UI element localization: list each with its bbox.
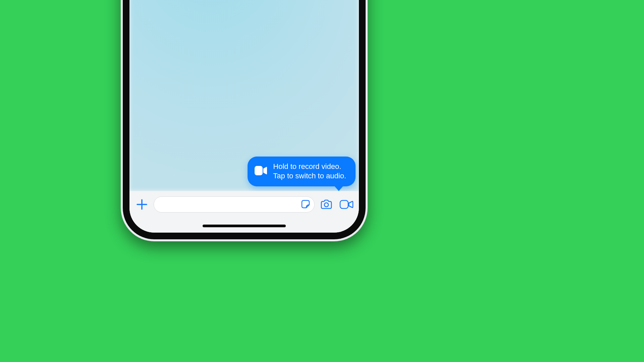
page-stage: Hold to record video. Tap to switch to a…: [0, 0, 488, 274]
tooltip-line-1: Hold to record video.: [273, 162, 346, 172]
phone-screen: Hold to record video. Tap to switch to a…: [129, 0, 359, 233]
tooltip-text: Hold to record video. Tap to switch to a…: [273, 162, 346, 181]
attach-button[interactable]: [133, 196, 150, 213]
phone-frame: Hold to record video. Tap to switch to a…: [121, 0, 368, 241]
svg-point-1: [324, 203, 328, 207]
message-input-field[interactable]: [154, 196, 315, 213]
video-icon: [254, 166, 267, 177]
sticker-icon: [301, 199, 311, 210]
video-icon: [339, 199, 354, 210]
tooltip-line-2: Tap to switch to audio.: [273, 171, 346, 181]
svg-rect-0: [255, 166, 263, 175]
svg-rect-2: [340, 200, 348, 208]
record-hint-tooltip: Hold to record video. Tap to switch to a…: [248, 157, 356, 186]
camera-button[interactable]: [318, 196, 335, 213]
sticker-button[interactable]: [299, 198, 312, 211]
video-record-button[interactable]: [338, 196, 355, 213]
plus-icon: [136, 199, 148, 211]
home-indicator[interactable]: [203, 225, 286, 227]
camera-icon: [320, 199, 333, 211]
message-input[interactable]: [160, 201, 299, 208]
phone-bezel: Hold to record video. Tap to switch to a…: [123, 0, 366, 239]
tooltip-tail: [334, 186, 343, 191]
